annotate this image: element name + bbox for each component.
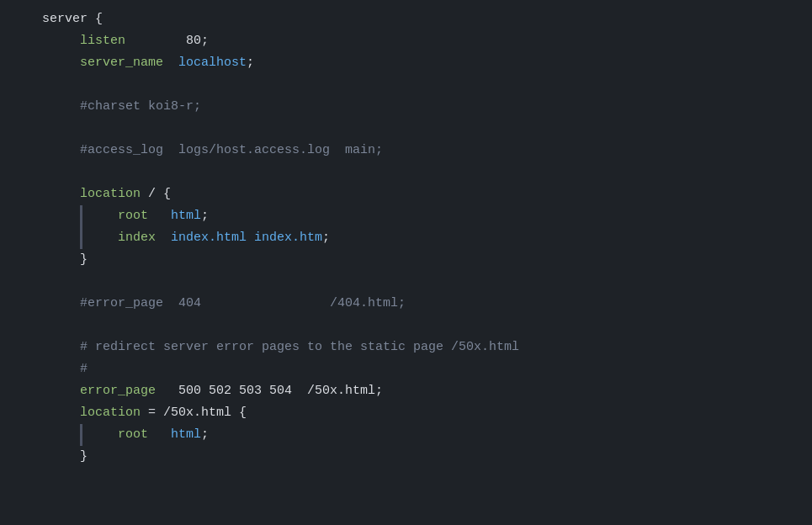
- code-keyword: listen: [80, 31, 125, 51]
- code-semi: ;: [322, 228, 330, 248]
- code-line-blank5: [0, 315, 812, 337]
- code-line-listen: listen 80;: [0, 30, 812, 52]
- code-comment: #access_log logs/host.access.log main;: [80, 141, 383, 161]
- code-value: = /50x.html {: [141, 403, 247, 423]
- code-value: 80;: [125, 31, 209, 51]
- code-line-index: index index.html index.htm;: [82, 227, 330, 249]
- code-line-accesslog: #access_log logs/host.access.log main;: [0, 140, 812, 162]
- code-line-location-50x-open: location = /50x.html {: [0, 402, 812, 424]
- code-line-errorpage-404: #error_page 404 /404.html;: [0, 293, 812, 315]
- code-line-servername: server_name localhost;: [0, 52, 812, 74]
- code-value: localhost: [178, 53, 247, 73]
- code-line-root-50x: root html;: [82, 424, 209, 446]
- code-space: [148, 206, 171, 226]
- code-space: [156, 228, 171, 248]
- code-keyword: location: [80, 184, 141, 204]
- code-value: html: [171, 425, 201, 445]
- code-space: [163, 53, 178, 73]
- code-space: [148, 425, 171, 445]
- code-comment: #charset koi8-r;: [80, 97, 201, 117]
- code-keyword: server {: [42, 9, 103, 29]
- code-line-charset: #charset koi8-r;: [0, 96, 812, 118]
- code-block-location-50x: root html;: [0, 424, 812, 446]
- code-value: index.html index.htm: [171, 228, 322, 248]
- bar-content-50x: root html;: [82, 424, 209, 446]
- code-brace: }: [80, 447, 88, 467]
- code-semi: ;: [201, 206, 209, 226]
- code-value: 500 502 503 504 /50x.html;: [156, 381, 383, 401]
- code-keyword: error_page: [80, 381, 156, 401]
- code-brace: }: [80, 250, 88, 270]
- code-line-blank4: [0, 271, 812, 293]
- code-block-location: root html; index index.html index.htm;: [0, 205, 812, 249]
- code-semi: ;: [201, 425, 209, 445]
- code-editor: server { listen 80; server_name localhos…: [0, 0, 812, 525]
- code-comment: #error_page 404 /404.html;: [80, 294, 406, 314]
- code-line-redirect-comment: # redirect server error pages to the sta…: [0, 337, 812, 358]
- code-comment: #: [80, 359, 88, 379]
- code-semi: ;: [247, 53, 254, 73]
- code-line-location-close: }: [0, 249, 812, 271]
- code-line-location-50x-close: }: [0, 446, 812, 468]
- code-keyword: server_name: [80, 53, 163, 73]
- code-keyword: root: [118, 425, 148, 445]
- code-comment: # redirect server error pages to the sta…: [80, 337, 519, 358]
- code-line-blank1: [0, 74, 812, 96]
- code-line-location-open: location / {: [0, 183, 812, 205]
- bar-content-location: root html; index index.html index.htm;: [82, 205, 330, 249]
- code-line-hash-comment: #: [0, 358, 812, 380]
- code-line-errorpage-50x: error_page 500 502 503 504 /50x.html;: [0, 380, 812, 402]
- code-value: / {: [141, 184, 171, 204]
- code-line-blank2: [0, 118, 812, 140]
- code-value: html: [171, 206, 201, 226]
- code-line-root: root html;: [82, 205, 330, 227]
- code-keyword: index: [118, 228, 156, 248]
- code-line-server-open: server {: [0, 8, 812, 30]
- code-keyword: root: [118, 206, 148, 226]
- code-line-blank3: [0, 162, 812, 183]
- code-keyword: location: [80, 403, 141, 423]
